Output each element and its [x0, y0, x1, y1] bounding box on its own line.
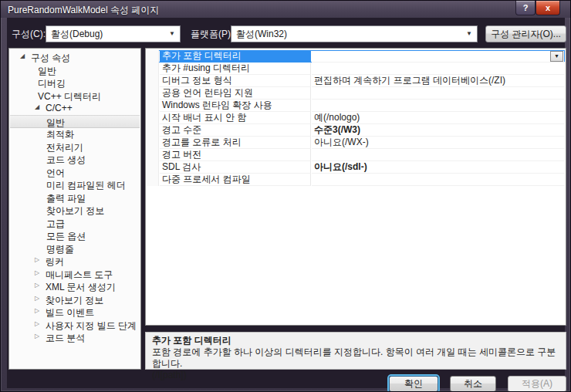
row-gutter	[147, 137, 159, 149]
property-row[interactable]: Windows 런타임 확장 사용	[147, 100, 565, 112]
expanded-arrow-icon[interactable]: ◢	[35, 103, 39, 110]
row-gutter	[147, 75, 159, 87]
row-gutter	[147, 124, 159, 137]
property-name[interactable]: 시작 배너 표시 안 함	[160, 112, 311, 124]
tree-item-label: XML 문서 생성기	[46, 281, 116, 294]
tree-item[interactable]: 일반	[10, 115, 140, 128]
titlebar[interactable]: PureRandomWalkModel 속성 페이지	[1, 1, 570, 18]
property-row[interactable]: 다중 프로세서 컴파일	[147, 174, 565, 186]
tree-item[interactable]: ▷XML 문서 생성기	[10, 280, 140, 293]
tree-item[interactable]: ◢C/C++	[10, 102, 140, 115]
help-icon[interactable]: ?	[515, 1, 536, 15]
property-value[interactable]: 편집하며 계속하기 프로그램 데이터베이스(/ZI)	[312, 75, 565, 87]
tree-item-label: 디버깅	[38, 77, 66, 90]
tree-item[interactable]: ▷찾아보기 정보	[10, 293, 140, 306]
property-name[interactable]: Windows 런타임 확장 사용	[160, 100, 311, 112]
property-name[interactable]: 공용 언어 런타임 지원	[160, 87, 311, 100]
property-value[interactable]: 아니요(/WX-)	[312, 137, 565, 149]
tree-item-label: 코드 분석	[46, 332, 85, 345]
property-row[interactable]: 경고를 오류로 처리아니요(/WX-)	[147, 137, 565, 149]
property-value[interactable]	[312, 87, 565, 100]
tree-item[interactable]: 일반	[10, 64, 140, 77]
cancel-button[interactable]: 취소	[450, 376, 496, 392]
tree-item[interactable]: ▷빌드 이벤트	[10, 306, 140, 319]
tree-item[interactable]: ▷매니페스트 도구	[10, 268, 140, 281]
property-value[interactable]	[312, 63, 565, 75]
tree-item[interactable]: 언어	[10, 166, 140, 179]
row-gutter	[147, 50, 159, 63]
expanded-arrow-icon[interactable]: ◢	[20, 52, 25, 59]
property-value[interactable]	[312, 100, 565, 112]
row-gutter	[147, 63, 159, 75]
description-body2: (/I[path])	[152, 370, 559, 381]
tree-item[interactable]: 최적화	[10, 127, 140, 140]
row-gutter	[147, 161, 159, 174]
property-row[interactable]: 시작 배너 표시 안 함예(/nologo)	[147, 112, 565, 124]
platform-dropdown[interactable]: 활성(Win32) ▼	[231, 25, 478, 42]
collapsed-arrow-icon[interactable]: ▷	[35, 282, 39, 289]
tree-item-label: 미리 컴파일된 헤더	[46, 179, 126, 192]
property-row[interactable]: 추가 포함 디렉터리▼	[147, 50, 565, 63]
tree-item[interactable]: 명령줄	[10, 242, 140, 255]
tree-item-label: 링커	[46, 255, 64, 269]
property-row[interactable]: 디버그 정보 형식편집하며 계속하기 프로그램 데이터베이스(/ZI)	[147, 75, 565, 87]
tree-item[interactable]: 디버깅	[10, 76, 140, 90]
dialog-content: 구성(C): 활성(Debug) ▼ 플랫폼(P): 활성(Win32) ▼ 구…	[7, 18, 565, 388]
tree-item[interactable]: 코드 생성	[10, 153, 140, 166]
row-gutter	[147, 149, 159, 161]
property-row[interactable]: 공용 언어 런타임 지원	[147, 87, 565, 100]
property-value[interactable]: 예(/nologo)	[312, 112, 565, 124]
property-name[interactable]: 경고 수준	[160, 124, 311, 137]
property-value[interactable]: 수준3(/W3)	[312, 124, 565, 137]
property-name[interactable]: 추가 #using 디렉터리	[160, 63, 311, 75]
tree-item-label: 사용자 지정 빌드 단계	[46, 319, 137, 333]
tree-item[interactable]: 모든 옵션	[10, 229, 140, 242]
tree-item[interactable]: 찾아보기 정보	[10, 204, 140, 217]
tree-item[interactable]: 전처리기	[10, 140, 140, 154]
tree-item[interactable]: ◢구성 속성	[10, 51, 140, 64]
property-row[interactable]: 경고 수준수준3(/W3)	[147, 124, 565, 137]
property-value[interactable]	[312, 149, 565, 161]
tree-item[interactable]: ▷링커	[10, 255, 140, 268]
tree-item-label: 코드 생성	[46, 154, 86, 167]
collapsed-arrow-icon[interactable]: ▷	[35, 269, 39, 276]
window-title: PureRandomWalkModel 속성 페이지	[8, 4, 159, 17]
property-name[interactable]: 다중 프로세서 컴파일	[160, 174, 311, 186]
platform-label: 플랫폼(P):	[191, 25, 233, 42]
tree-item[interactable]: 출력 파일	[10, 191, 140, 204]
tree-item[interactable]: 미리 컴파일된 헤더	[10, 178, 140, 191]
tree-item-label: 출력 파일	[46, 192, 86, 205]
configuration-dropdown[interactable]: 활성(Debug) ▼	[46, 25, 181, 42]
chevron-down-icon: ▼	[466, 26, 472, 42]
tree-item[interactable]: 고급	[10, 217, 140, 230]
property-row[interactable]: 경고 버전	[147, 149, 565, 161]
platform-value: 활성(Win32)	[236, 29, 287, 39]
tree-item-label: 언어	[46, 167, 65, 180]
close-icon[interactable]: x	[536, 1, 560, 15]
tree-item[interactable]: ▷코드 분석	[10, 331, 140, 344]
configuration-manager-button[interactable]: 구성 관리자(O)...	[485, 25, 566, 42]
property-value[interactable]	[312, 174, 565, 186]
collapsed-arrow-icon[interactable]: ▷	[35, 333, 39, 340]
property-name[interactable]: 디버그 정보 형식	[160, 75, 311, 87]
apply-button[interactable]: 적용(A)	[508, 376, 566, 392]
ok-button[interactable]: 확인	[389, 376, 438, 392]
property-name[interactable]: 경고를 오류로 처리	[160, 137, 311, 149]
tree-item[interactable]: VC++ 디렉터리	[10, 90, 140, 103]
collapsed-arrow-icon[interactable]: ▷	[35, 295, 39, 302]
property-name[interactable]: 추가 포함 디렉터리	[160, 50, 311, 63]
property-value[interactable]	[312, 50, 565, 63]
property-value[interactable]: 아니요(/sdl-)	[312, 161, 565, 174]
property-name[interactable]: 경고 버전	[160, 149, 311, 161]
collapsed-arrow-icon[interactable]: ▷	[35, 307, 39, 314]
value-dropdown-icon[interactable]: ▼	[550, 51, 563, 62]
property-row[interactable]: 추가 #using 디렉터리	[147, 63, 565, 75]
collapsed-arrow-icon[interactable]: ▷	[35, 256, 39, 263]
tree-item[interactable]: ▷사용자 지정 빌드 단계	[10, 319, 140, 332]
property-row[interactable]: SDL 검사아니요(/sdl-)	[147, 161, 565, 174]
property-name[interactable]: SDL 검사	[160, 161, 311, 174]
tree-item-label: 일반	[38, 65, 56, 78]
collapsed-arrow-icon[interactable]: ▷	[35, 320, 39, 327]
row-gutter	[147, 100, 159, 112]
configuration-value: 활성(Debug)	[51, 29, 103, 39]
